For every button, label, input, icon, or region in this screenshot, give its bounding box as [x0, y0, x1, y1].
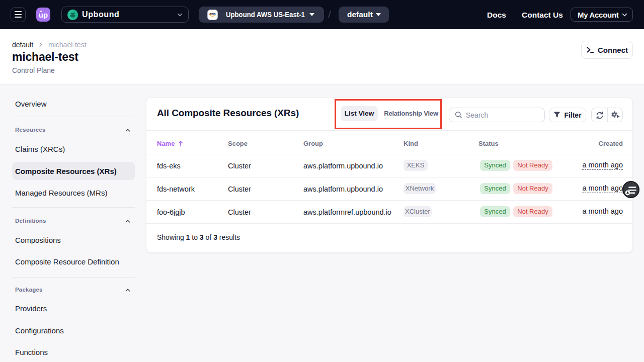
svg-text:aws: aws [209, 12, 216, 15]
